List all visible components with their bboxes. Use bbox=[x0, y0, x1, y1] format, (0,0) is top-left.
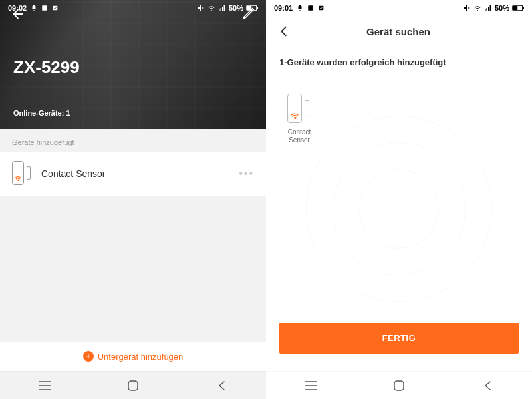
svg-rect-6 bbox=[308, 5, 313, 11]
svg-rect-1 bbox=[53, 6, 58, 11]
recents-button[interactable] bbox=[37, 378, 53, 394]
svg-rect-5 bbox=[128, 381, 138, 390]
app-icon bbox=[41, 5, 48, 11]
bell-icon bbox=[297, 5, 303, 11]
app-icon bbox=[307, 5, 314, 11]
mute-icon bbox=[197, 4, 205, 12]
svg-rect-0 bbox=[42, 5, 47, 11]
done-button[interactable]: FERTIG bbox=[279, 323, 519, 354]
contact-sensor-icon bbox=[12, 161, 32, 186]
screen-device-list: 09:02 bbox=[0, 0, 266, 399]
content-area: Geräte hinzugefügt Contact Sensor ••• + … bbox=[0, 129, 266, 371]
wifi-icon bbox=[473, 4, 481, 12]
page-title: Gerät suchen bbox=[275, 26, 521, 37]
svg-rect-11 bbox=[394, 381, 404, 390]
android-nav-bar bbox=[0, 371, 266, 399]
back-button[interactable] bbox=[479, 378, 495, 394]
status-right: 50% bbox=[197, 4, 258, 12]
plus-icon: + bbox=[83, 351, 94, 362]
bell-icon bbox=[31, 5, 37, 11]
add-subdevice-button[interactable]: + Untergerät hinzufügen bbox=[0, 342, 266, 371]
hero-subtitle: Online-Geräte: 1 bbox=[13, 109, 70, 117]
svg-rect-7 bbox=[319, 6, 324, 11]
status-left: 09:01 bbox=[274, 4, 325, 12]
device-row[interactable]: Contact Sensor ••• bbox=[0, 152, 266, 196]
back-button[interactable] bbox=[213, 378, 229, 394]
device-name: Contact Sensor bbox=[41, 168, 229, 179]
found-device[interactable]: Contact Sensor bbox=[279, 94, 319, 144]
svg-rect-4 bbox=[257, 7, 259, 9]
hero-header: 09:02 bbox=[0, 0, 266, 129]
add-subdevice-label: Untergerät hinzufügen bbox=[98, 352, 184, 362]
svg-rect-9 bbox=[513, 6, 518, 10]
battery-icon bbox=[246, 5, 258, 11]
wifi-icon bbox=[207, 4, 215, 12]
android-nav-bar bbox=[266, 371, 532, 399]
status-bar: 09:02 bbox=[0, 0, 266, 16]
home-button[interactable] bbox=[125, 378, 141, 394]
status-left: 09:02 bbox=[8, 4, 59, 12]
signal-icon bbox=[218, 4, 226, 12]
battery-text: 50% bbox=[229, 4, 243, 12]
home-button[interactable] bbox=[391, 378, 407, 394]
recents-button[interactable] bbox=[303, 378, 319, 394]
status-right: 50% bbox=[463, 4, 524, 12]
signal-icon bbox=[484, 4, 492, 12]
battery-icon bbox=[512, 5, 524, 11]
svg-rect-10 bbox=[523, 7, 525, 9]
radar-background bbox=[293, 102, 505, 315]
check-icon bbox=[52, 5, 59, 11]
content-area: 1-Geräte wurden erfolgreich hinzugefügt … bbox=[266, 47, 532, 371]
check-icon bbox=[318, 5, 325, 11]
mute-icon bbox=[463, 4, 471, 12]
success-message: 1-Geräte wurden erfolgreich hinzugefügt bbox=[279, 57, 519, 67]
status-time: 09:01 bbox=[274, 4, 293, 12]
contact-sensor-icon bbox=[287, 94, 311, 124]
svg-rect-3 bbox=[247, 6, 252, 10]
page-header: Gerät suchen bbox=[266, 16, 532, 47]
more-icon[interactable]: ••• bbox=[239, 168, 254, 180]
screen-search-device: 09:01 50% bbox=[266, 0, 532, 399]
found-device-label: Contact Sensor bbox=[279, 128, 319, 144]
status-time: 09:02 bbox=[8, 4, 27, 12]
battery-text: 50% bbox=[495, 4, 509, 12]
section-label: Geräte hinzugefügt bbox=[0, 129, 266, 152]
done-label: FERTIG bbox=[382, 333, 416, 343]
status-bar: 09:01 50% bbox=[266, 0, 532, 16]
hero-title: ZX-5299 bbox=[13, 57, 80, 78]
